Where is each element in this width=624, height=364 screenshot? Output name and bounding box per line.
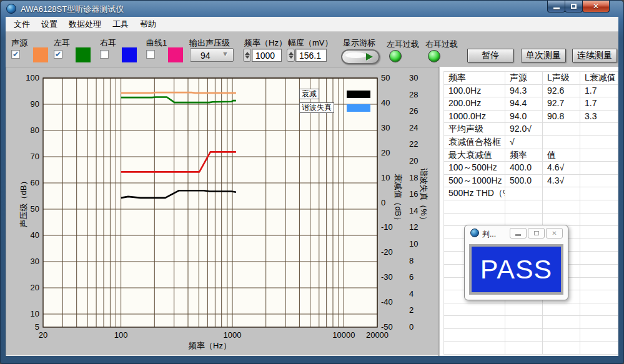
menu-item-3[interactable]: 数据处理 (63, 17, 107, 32)
channel-checkbox[interactable] (146, 50, 155, 59)
legend-label: 衰减 (299, 89, 319, 99)
table-cell (580, 316, 618, 328)
legend-swatch (347, 104, 370, 112)
table-cell (543, 342, 580, 354)
table-cell (580, 252, 618, 264)
legend-label: 谐波失真 (299, 102, 334, 113)
single-measure-button[interactable]: 单次测量 (521, 49, 566, 62)
channel-checkbox[interactable] (100, 50, 109, 59)
x-tick: 100 (109, 330, 134, 340)
table-row (444, 329, 618, 342)
table-cell (543, 200, 580, 213)
output-level-dropdown[interactable]: 94 ▼ (190, 48, 234, 62)
table-cell: √ (505, 136, 543, 149)
table-cell (580, 226, 618, 239)
table-cell (543, 316, 580, 328)
table-cell (580, 136, 618, 149)
maximize-button[interactable] (565, 1, 583, 12)
y-left-tick: 60 (6, 178, 39, 187)
table-cell (580, 303, 618, 316)
table-cell: 100.0Hz (444, 85, 505, 97)
verdict-window-title: 判... (482, 229, 496, 240)
y-axis-title-thd: 谐波失真（%） (418, 168, 429, 224)
series-source (121, 92, 236, 93)
table-cell: 平均声级 (444, 123, 505, 135)
table-row: 500～1000Hz500.04.3√ (444, 175, 618, 188)
table-cell (444, 214, 505, 226)
titlebar: AWA6128ST型听诊器测试仪 ✕ (1, 1, 623, 17)
overload-right-led (428, 50, 440, 62)
channel-checkbox[interactable]: ✔ (11, 50, 20, 59)
verdict-text: PASS (480, 254, 553, 285)
verdict-window: 判... ✕ PASS (464, 225, 568, 300)
table-cell (580, 265, 618, 277)
table-cell: L衰减值 (580, 72, 618, 84)
continuous-measure-button[interactable]: 连续测量 (572, 49, 617, 62)
thd-tick: 24 (409, 123, 418, 132)
thd-tick: 6 (409, 272, 414, 282)
legend-item-2: 谐波失真 (299, 102, 370, 113)
frequency-label: 频率（Hz） (244, 37, 287, 49)
table-row: 100～500Hz400.04.6√ (444, 162, 618, 175)
x-tick: 20000 (365, 330, 390, 340)
y-left-tick: 20 (6, 283, 39, 292)
table-cell: 声源 (505, 72, 543, 84)
channel-color-swatch (76, 47, 91, 62)
table-cell (543, 329, 580, 342)
table-cell (580, 342, 618, 354)
table-cell (505, 329, 543, 342)
y-left-tick: 100 (6, 73, 39, 82)
pause-button[interactable]: 暂停 (467, 49, 513, 62)
menu-item-2[interactable]: 设置 (36, 17, 63, 32)
attenuation-tick: -50 (381, 322, 393, 332)
table-row: 1000.0Hz94.090.83.3 (444, 111, 618, 124)
y-left-tick: 70 (6, 152, 39, 161)
channel-checkbox[interactable]: ✔ (54, 50, 62, 59)
table-cell: 94.4 (505, 97, 543, 110)
table-cell (505, 316, 543, 328)
table-cell (580, 123, 618, 135)
minimize-button[interactable] (547, 1, 565, 12)
client-area: 文件设置数据处理工具帮助 声源✔左耳✔右耳曲线1 输出声压级 94 ▼ 频率（H… (6, 17, 618, 356)
maximize-icon (534, 231, 539, 235)
amplitude-input[interactable]: 156.1 (295, 49, 327, 62)
amplitude-stepper[interactable] (287, 49, 295, 62)
cursor-toggle-button[interactable] (341, 49, 380, 64)
table-cell: 500～1000Hz (444, 175, 505, 187)
y-left-tick: 40 (6, 230, 39, 240)
table-cell: 200.0Hz (444, 97, 505, 110)
thd-tick: 26 (409, 106, 418, 116)
verdict-window-icon (470, 229, 479, 237)
table-cell: 90.8 (543, 111, 580, 123)
channel-group-2: 左耳✔ (54, 32, 95, 67)
results-panel: 频率声源L声级L衰减值100.0Hz94.392.61.7200.0Hz94.4… (440, 67, 618, 356)
thd-tick: 2 (409, 305, 414, 315)
minimize-icon (515, 234, 521, 236)
verdict-close-button[interactable]: ✕ (546, 228, 563, 239)
channel-label: 声源 (11, 37, 27, 49)
overload-left-label: 左耳过载 (387, 39, 419, 50)
thd-tick: 8 (409, 256, 414, 265)
menu-item-5[interactable]: 帮助 (134, 17, 162, 32)
table-cell (505, 187, 543, 200)
table-cell: 3.3 (580, 111, 618, 123)
table-cell: 频率 (444, 72, 505, 84)
chart-legend: 衰减谐波失真 (299, 89, 370, 116)
x-tick: 1000 (220, 330, 245, 340)
frequency-input[interactable]: 1000 (252, 49, 282, 62)
menu-item-4[interactable]: 工具 (107, 17, 134, 32)
table-cell (543, 214, 580, 226)
table-cell: 400.0 (505, 162, 543, 174)
table-cell (580, 175, 618, 187)
verdict-maximize-button[interactable] (528, 228, 545, 239)
frequency-stepper[interactable] (243, 49, 251, 62)
thd-tick: 16 (409, 189, 418, 199)
menu-item-1[interactable]: 文件 (8, 17, 36, 32)
verdict-minimize-button[interactable] (510, 228, 527, 239)
legend-swatch (347, 91, 370, 98)
results-table: 频率声源L声级L衰减值100.0Hz94.392.61.7200.0Hz94.4… (443, 71, 618, 355)
close-button[interactable]: ✕ (582, 1, 610, 12)
attenuation-tick: -10 (381, 222, 393, 232)
thd-tick: 20 (409, 156, 418, 165)
channel-group-4: 曲线1 (146, 32, 187, 67)
